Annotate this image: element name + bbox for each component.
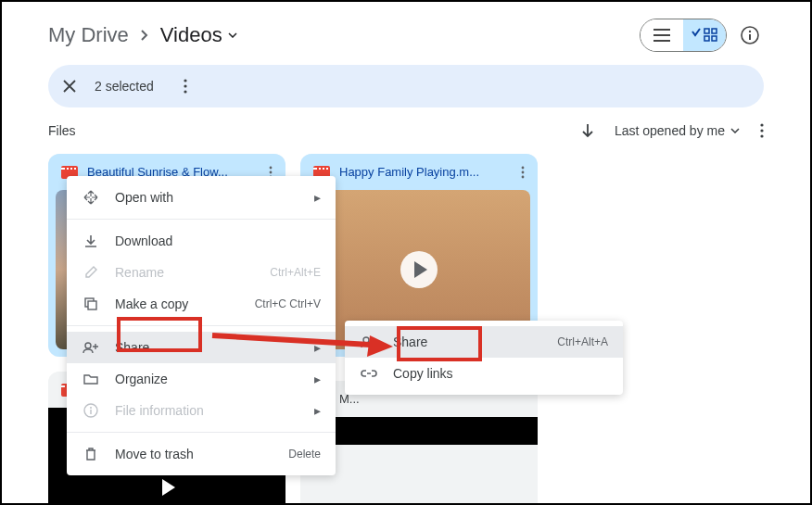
menu-label: Open with bbox=[115, 190, 299, 205]
svg-point-8 bbox=[184, 84, 186, 87]
svg-point-17 bbox=[522, 170, 525, 173]
svg-rect-1 bbox=[712, 29, 717, 33]
menu-label: Share bbox=[115, 340, 299, 355]
chevron-down-icon bbox=[228, 32, 237, 38]
download-icon bbox=[82, 234, 100, 248]
breadcrumb-root[interactable]: My Drive bbox=[48, 23, 129, 47]
menu-move-to-trash[interactable]: Move to trash Delete bbox=[67, 438, 336, 470]
trash-icon bbox=[82, 447, 100, 461]
svg-rect-3 bbox=[712, 36, 717, 41]
submenu-arrow-icon: ▸ bbox=[314, 372, 321, 386]
menu-label: Download bbox=[115, 234, 321, 248]
link-icon bbox=[360, 369, 378, 378]
more-vert-icon bbox=[760, 123, 764, 138]
svg-rect-2 bbox=[704, 36, 709, 41]
info-button[interactable] bbox=[736, 21, 764, 49]
copy-icon bbox=[82, 297, 100, 311]
chevron-down-icon bbox=[730, 128, 740, 133]
folder-icon bbox=[82, 372, 100, 385]
submenu-arrow-icon: ▸ bbox=[314, 340, 321, 355]
breadcrumb-current-label: Videos bbox=[160, 23, 222, 47]
view-toggle bbox=[640, 19, 727, 52]
svg-rect-0 bbox=[704, 29, 709, 33]
menu-share[interactable]: Share ▸ bbox=[67, 332, 336, 363]
submenu-copy-links[interactable]: Copy links bbox=[345, 358, 623, 389]
svg-point-24 bbox=[85, 343, 91, 348]
menu-divider bbox=[67, 219, 336, 220]
selection-count: 2 selected bbox=[95, 79, 154, 94]
info-icon bbox=[82, 403, 100, 418]
rename-icon bbox=[82, 265, 100, 280]
menu-rename: Rename Ctrl+Alt+E bbox=[67, 257, 336, 288]
arrow-down-icon bbox=[581, 122, 594, 139]
svg-point-13 bbox=[270, 166, 273, 169]
menu-label: Move to trash bbox=[115, 447, 273, 461]
menu-download[interactable]: Download bbox=[67, 225, 336, 257]
menu-label: Make a copy bbox=[115, 297, 240, 311]
menu-label: Share bbox=[393, 335, 542, 349]
selection-bar: 2 selected bbox=[48, 65, 764, 107]
svg-rect-23 bbox=[88, 301, 96, 309]
context-menu: Open with ▸ Download Rename Ctrl+Alt+E M… bbox=[67, 176, 336, 475]
breadcrumb-separator bbox=[140, 29, 149, 42]
menu-divider bbox=[67, 432, 336, 433]
svg-point-16 bbox=[522, 166, 525, 169]
svg-point-11 bbox=[760, 129, 763, 132]
menu-label: Organize bbox=[115, 372, 299, 386]
selection-more-button[interactable] bbox=[184, 79, 187, 94]
files-more-button[interactable] bbox=[760, 123, 764, 138]
menu-label: File information bbox=[115, 403, 299, 418]
grid-icon-with-check bbox=[691, 28, 718, 43]
menu-label: Copy links bbox=[393, 366, 608, 381]
svg-point-9 bbox=[184, 90, 186, 93]
file-name: Happy Family Playing.m... bbox=[339, 165, 512, 179]
list-icon bbox=[653, 29, 670, 42]
file-card[interactable]: M... bbox=[300, 381, 538, 505]
svg-point-14 bbox=[270, 170, 273, 173]
clear-selection-button[interactable] bbox=[63, 80, 76, 93]
info-icon bbox=[741, 26, 759, 44]
close-icon bbox=[63, 80, 76, 93]
menu-organize[interactable]: Organize ▸ bbox=[67, 363, 336, 395]
open-with-icon bbox=[82, 190, 100, 205]
menu-divider bbox=[67, 325, 336, 326]
share-icon bbox=[82, 341, 100, 354]
menu-shortcut: Delete bbox=[288, 448, 321, 461]
menu-open-with[interactable]: Open with ▸ bbox=[67, 182, 336, 213]
svg-point-5 bbox=[749, 31, 751, 32]
share-submenu: Share Ctrl+Alt+A Copy links bbox=[345, 321, 623, 395]
svg-point-18 bbox=[522, 175, 525, 178]
file-thumbnail bbox=[308, 417, 530, 437]
svg-point-28 bbox=[363, 337, 369, 343]
menu-label: Rename bbox=[115, 265, 255, 280]
menu-shortcut: Ctrl+Alt+E bbox=[270, 266, 321, 279]
menu-shortcut: Ctrl+C Ctrl+V bbox=[255, 297, 321, 310]
share-icon bbox=[360, 335, 378, 348]
menu-file-info: File information ▸ bbox=[67, 395, 336, 426]
menu-shortcut: Ctrl+Alt+A bbox=[557, 335, 608, 348]
submenu-share[interactable]: Share Ctrl+Alt+A bbox=[345, 326, 623, 358]
svg-rect-27 bbox=[90, 410, 91, 414]
list-view-button[interactable] bbox=[641, 19, 683, 51]
sort-label: Last opened by me bbox=[615, 123, 725, 138]
submenu-arrow-icon: ▸ bbox=[314, 403, 321, 418]
menu-make-copy[interactable]: Make a copy Ctrl+C Ctrl+V bbox=[67, 288, 336, 320]
svg-point-12 bbox=[760, 134, 763, 137]
sort-direction-button[interactable] bbox=[581, 122, 594, 139]
submenu-arrow-icon: ▸ bbox=[314, 190, 321, 205]
breadcrumb-current[interactable]: Videos bbox=[160, 23, 237, 47]
grid-view-button[interactable] bbox=[683, 19, 726, 51]
more-vert-icon bbox=[184, 79, 187, 94]
svg-point-7 bbox=[184, 79, 186, 82]
sort-dropdown[interactable]: Last opened by me bbox=[615, 123, 740, 138]
svg-point-26 bbox=[90, 407, 92, 409]
file-more-button[interactable] bbox=[521, 166, 525, 179]
svg-rect-6 bbox=[749, 34, 751, 40]
files-label: Files bbox=[48, 123, 76, 138]
play-icon bbox=[400, 251, 438, 288]
svg-point-10 bbox=[760, 123, 763, 126]
breadcrumb: My Drive Videos bbox=[48, 23, 237, 47]
